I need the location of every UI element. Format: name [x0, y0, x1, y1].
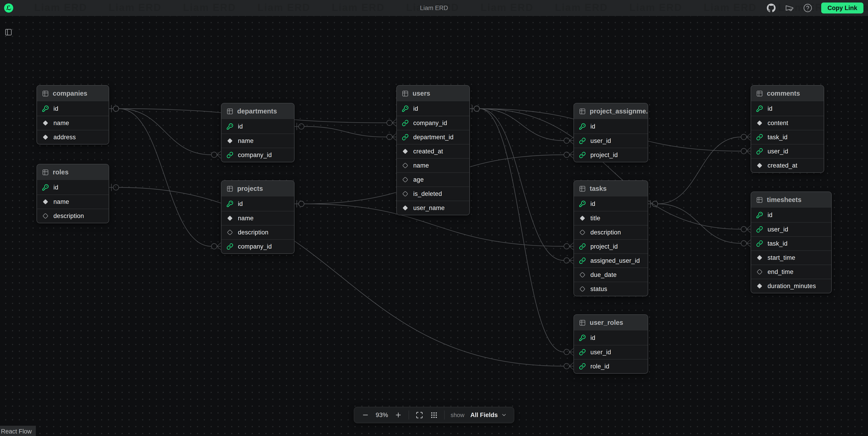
table-user_roles[interactable]: user_rolesiduser_idrole_id [574, 314, 648, 374]
field-row-project_assignments-id[interactable]: id [574, 119, 648, 133]
table-icon [226, 108, 233, 115]
field-row-tasks-project_id[interactable]: project_id [574, 239, 648, 253]
field-row-timesheets-id[interactable]: id [751, 208, 831, 222]
field-name: company_id [238, 243, 272, 250]
field-row-companies-address[interactable]: address [37, 130, 109, 144]
field-row-project_assignments-user_id[interactable]: user_id [574, 133, 648, 148]
field-row-timesheets-task_id[interactable]: task_id [751, 236, 831, 250]
field-row-timesheets-start_time[interactable]: start_time [751, 250, 831, 264]
field-row-comments-user_id[interactable]: user_id [751, 144, 824, 158]
react-flow-attribution[interactable]: React Flow [0, 426, 36, 436]
field-row-users-age[interactable]: age [397, 173, 469, 187]
fields-filter-dropdown[interactable]: All Fields [470, 412, 507, 419]
field-name: address [54, 134, 76, 141]
field-name: user_id [768, 226, 788, 233]
field-row-tasks-due_date[interactable]: due_date [574, 268, 648, 282]
table-header-tasks[interactable]: tasks [574, 181, 648, 197]
table-header-roles[interactable]: roles [37, 164, 109, 180]
show-label: show [451, 412, 465, 419]
field-row-user_roles-id[interactable]: id [574, 331, 648, 345]
field-row-project_assignments-project_id[interactable]: project_id [574, 148, 648, 162]
table-icon [579, 319, 586, 326]
field-row-projects-name[interactable]: name [221, 211, 294, 225]
canvas-toolbar: 93% show All Fields [354, 407, 514, 423]
field-row-tasks-status[interactable]: status [574, 282, 648, 296]
zoom-out-button[interactable] [361, 411, 370, 419]
field-row-companies-id[interactable]: id [37, 101, 109, 116]
table-header-companies[interactable]: companies [37, 86, 109, 101]
table-header-timesheets[interactable]: timesheets [751, 192, 831, 208]
field-row-users-department_id[interactable]: department_id [397, 130, 469, 144]
liam-logo[interactable]: ℒ [4, 3, 13, 12]
field-name: company_id [238, 152, 272, 159]
table-header-user_roles[interactable]: user_roles [574, 315, 648, 331]
app-header: Liam ERD Liam ERD Liam ERD Liam ERD Liam… [0, 0, 868, 16]
field-row-departments-id[interactable]: id [221, 119, 294, 133]
field-name: id [590, 335, 595, 342]
field-row-projects-description[interactable]: description [221, 225, 294, 239]
table-departments[interactable]: departmentsidnamecompany_id [221, 103, 294, 162]
table-users[interactable]: usersidcompany_iddepartment_idcreated_at… [396, 85, 470, 215]
field-row-timesheets-duration_minutes[interactable]: duration_minutes [751, 279, 831, 293]
fit-view-icon[interactable] [415, 411, 424, 419]
field-row-users-name[interactable]: name [397, 158, 469, 173]
megaphone-icon[interactable] [785, 3, 794, 13]
field-row-projects-id[interactable]: id [221, 197, 294, 211]
table-header-departments[interactable]: departments [221, 103, 294, 119]
diagram-canvas[interactable] [0, 16, 868, 436]
field-row-projects-company_id[interactable]: company_id [221, 239, 294, 253]
field-name: duration_minutes [768, 283, 816, 290]
table-roles[interactable]: rolesidnamedescription [36, 164, 109, 223]
table-header-comments[interactable]: comments [751, 86, 824, 101]
table-tasks[interactable]: tasksidtitledescriptionproject_idassigne… [574, 180, 648, 296]
table-companies[interactable]: companiesidnameaddress [36, 85, 109, 145]
zoom-in-button[interactable] [394, 411, 403, 419]
panel-left-toggle-icon[interactable] [5, 28, 12, 36]
field-row-roles-description[interactable]: description [37, 209, 109, 223]
copy-link-button[interactable]: Copy Link [821, 2, 863, 13]
field-row-users-id[interactable]: id [397, 101, 469, 116]
github-icon[interactable] [766, 3, 776, 13]
field-name: id [590, 200, 595, 208]
table-icon [579, 185, 586, 192]
table-timesheets[interactable]: timesheetsiduser_idtask_idstart_timeend_… [751, 191, 832, 293]
field-row-tasks-assigned_user_id[interactable]: assigned_user_id [574, 253, 648, 268]
field-row-companies-name[interactable]: name [37, 116, 109, 130]
field-row-users-is_deleted[interactable]: is_deleted [397, 187, 469, 201]
field-row-tasks-id[interactable]: id [574, 197, 648, 211]
nullable-diamond-icon [402, 176, 409, 183]
field-row-users-created_at[interactable]: created_at [397, 144, 469, 158]
field-row-comments-created_at[interactable]: created_at [751, 158, 824, 173]
field-name: name [238, 215, 254, 222]
table-projects[interactable]: projectsidnamedescriptioncompany_id [221, 180, 294, 254]
field-row-user_roles-user_id[interactable]: user_id [574, 345, 648, 359]
field-row-roles-name[interactable]: name [37, 194, 109, 209]
field-row-comments-task_id[interactable]: task_id [751, 130, 824, 144]
fields-filter-value: All Fields [470, 412, 498, 419]
table-project_assignments[interactable]: project_assignme...iduser_idproject_id [574, 103, 648, 162]
field-row-tasks-description[interactable]: description [574, 225, 648, 239]
table-header-project_assignments[interactable]: project_assignme... [574, 103, 648, 119]
zoom-level: 93% [376, 412, 388, 419]
tidy-up-icon[interactable] [430, 411, 438, 419]
help-icon[interactable] [803, 3, 812, 13]
field-name: name [238, 137, 254, 145]
field-row-timesheets-user_id[interactable]: user_id [751, 222, 831, 236]
field-row-tasks-title[interactable]: title [574, 211, 648, 225]
field-row-departments-name[interactable]: name [221, 133, 294, 148]
field-row-timesheets-end_time[interactable]: end_time [751, 264, 831, 279]
field-name: age [413, 176, 424, 183]
primary-key-icon [42, 184, 49, 191]
foreign-key-link-icon [579, 152, 586, 158]
table-header-projects[interactable]: projects [221, 181, 294, 197]
field-row-roles-id[interactable]: id [37, 180, 109, 194]
field-row-users-company_id[interactable]: company_id [397, 116, 469, 130]
field-row-departments-company_id[interactable]: company_id [221, 148, 294, 162]
table-header-users[interactable]: users [397, 86, 469, 101]
field-row-user_roles-role_id[interactable]: role_id [574, 359, 648, 373]
field-name: assigned_user_id [590, 257, 640, 264]
field-row-comments-content[interactable]: content [751, 116, 824, 130]
table-comments[interactable]: commentsidcontenttask_iduser_idcreated_a… [751, 85, 824, 173]
field-row-users-user_name[interactable]: user_name [397, 201, 469, 215]
field-row-comments-id[interactable]: id [751, 101, 824, 116]
